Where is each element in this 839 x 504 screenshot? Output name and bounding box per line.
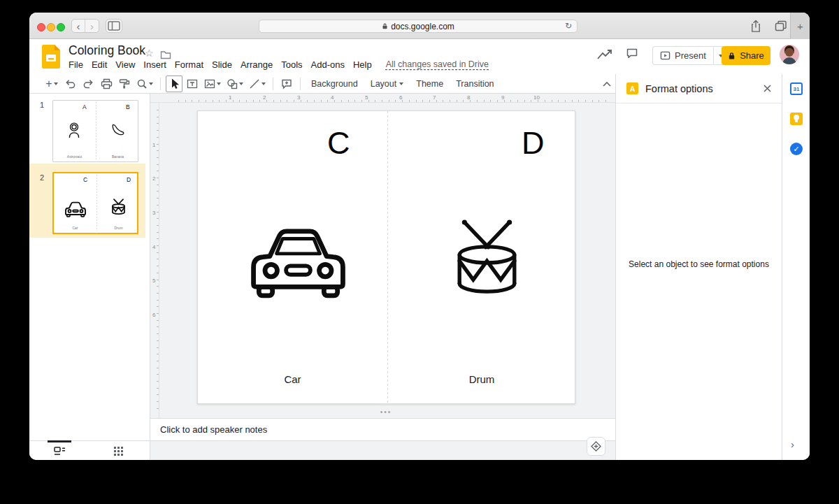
slide-thumbnail-1[interactable]: A Astronaut B Banana bbox=[52, 100, 138, 162]
slide-caption-text[interactable]: Car bbox=[198, 373, 387, 385]
back-button[interactable]: ‹ bbox=[72, 20, 85, 32]
present-label: Present bbox=[675, 50, 706, 61]
redo-icon bbox=[83, 78, 94, 89]
format-options-panel: A Format options Select an object to see… bbox=[615, 74, 782, 460]
new-tab-button[interactable]: + bbox=[790, 13, 810, 39]
chevron-down-icon bbox=[54, 82, 58, 85]
theme-button[interactable]: Theme bbox=[410, 75, 449, 92]
tasks-app-button[interactable]: ✓ bbox=[789, 142, 803, 156]
comment-icon bbox=[626, 48, 638, 60]
menu-help[interactable]: Help bbox=[349, 58, 376, 71]
ruler-ticks bbox=[157, 110, 159, 411]
slides-logo[interactable] bbox=[42, 45, 60, 71]
sidebar-toggle-button[interactable] bbox=[106, 19, 122, 33]
text-box-button[interactable] bbox=[184, 75, 201, 92]
filmstrip-view-icon bbox=[54, 447, 66, 456]
cursor-icon bbox=[168, 78, 180, 89]
slide-thumbnail-2[interactable]: C Car D Drum bbox=[52, 172, 138, 234]
share-page-button[interactable] bbox=[750, 20, 762, 33]
plus-icon: + bbox=[45, 78, 52, 89]
thumbnail-half: C Car bbox=[54, 173, 96, 233]
filmstrip-view-button[interactable] bbox=[53, 445, 66, 457]
canvas-area: 1 2 3 4 5 6 7 8 9 10 1 2 3 4 5 6 C Car bbox=[150, 94, 615, 418]
forward-button[interactable]: › bbox=[85, 20, 99, 32]
line-icon bbox=[249, 78, 260, 89]
slide-number: 2 bbox=[40, 173, 44, 182]
background-button[interactable]: Background bbox=[306, 75, 364, 92]
ruler-number: 8 bbox=[467, 94, 470, 101]
minimize-window-button[interactable] bbox=[47, 23, 55, 31]
chevron-down-icon bbox=[239, 82, 243, 85]
ruler-number: 6 bbox=[399, 94, 402, 101]
slide-letter-text[interactable]: C bbox=[327, 125, 350, 161]
sidebar-icon bbox=[108, 21, 120, 31]
close-panel-button[interactable] bbox=[763, 83, 772, 96]
explore-button[interactable] bbox=[587, 437, 605, 456]
view-switcher bbox=[29, 440, 150, 460]
explore-icon bbox=[591, 441, 601, 452]
collapse-toolbar-button[interactable] bbox=[600, 78, 614, 89]
activity-chart-icon bbox=[597, 49, 612, 60]
toolbar-separator bbox=[300, 78, 301, 90]
ruler-number: 4 bbox=[331, 94, 334, 101]
slide-caption-text[interactable]: Drum bbox=[387, 373, 576, 385]
layout-button[interactable]: Layout bbox=[365, 75, 410, 92]
grid-view-icon bbox=[113, 446, 124, 456]
share-page-icon bbox=[750, 20, 762, 33]
grid-view-button[interactable] bbox=[112, 445, 124, 457]
present-icon bbox=[660, 50, 671, 61]
zoom-button[interactable] bbox=[134, 75, 155, 92]
slide-letter-text[interactable]: D bbox=[522, 125, 545, 161]
menu-edit[interactable]: Edit bbox=[87, 58, 111, 71]
menu-view[interactable]: View bbox=[111, 58, 139, 71]
insert-comment-button[interactable] bbox=[278, 75, 295, 92]
insert-image-button[interactable] bbox=[202, 75, 223, 92]
share-button[interactable]: Share bbox=[722, 46, 770, 65]
ruler-number: 10 bbox=[533, 94, 540, 101]
select-tool-button[interactable] bbox=[166, 75, 182, 92]
thumbnail-half: A Astronaut bbox=[53, 101, 96, 161]
chevron-down-icon bbox=[399, 82, 403, 85]
menu-tools[interactable]: Tools bbox=[277, 58, 306, 71]
print-button[interactable] bbox=[98, 75, 115, 92]
insert-shape-button[interactable] bbox=[224, 75, 245, 92]
car-drawing[interactable] bbox=[244, 215, 352, 308]
menu-insert[interactable]: Insert bbox=[139, 58, 171, 71]
new-slide-button[interactable]: + bbox=[43, 75, 60, 92]
calendar-app-button[interactable]: 31 bbox=[789, 82, 803, 96]
document-title[interactable]: Coloring Book bbox=[69, 43, 145, 58]
drum-icon bbox=[109, 197, 128, 216]
menu-slide[interactable]: Slide bbox=[208, 58, 236, 71]
address-bar[interactable]: docs.google.com ↻ bbox=[259, 20, 578, 33]
menu-addons[interactable]: Add-ons bbox=[307, 58, 349, 71]
tabs-overview-button[interactable] bbox=[775, 20, 787, 31]
present-button-group: Present bbox=[652, 46, 729, 65]
slide-canvas[interactable]: C Car D Drum bbox=[197, 110, 575, 404]
speaker-notes-input[interactable]: Click to add speaker notes bbox=[150, 418, 615, 440]
print-icon bbox=[101, 78, 113, 89]
menu-format[interactable]: Format bbox=[171, 58, 208, 71]
drum-drawing[interactable] bbox=[443, 212, 531, 303]
paint-format-button[interactable] bbox=[116, 75, 133, 92]
activity-chart-button[interactable] bbox=[597, 49, 612, 60]
reload-icon[interactable]: ↻ bbox=[565, 21, 572, 31]
expand-side-panel-button[interactable]: › bbox=[791, 438, 794, 450]
close-window-button[interactable] bbox=[37, 23, 45, 31]
present-button[interactable]: Present bbox=[652, 46, 713, 65]
redo-button[interactable] bbox=[80, 75, 96, 92]
thumb-letter: A bbox=[83, 103, 87, 110]
insert-line-button[interactable] bbox=[247, 75, 268, 92]
transition-button[interactable]: Transition bbox=[450, 75, 499, 92]
comments-button[interactable] bbox=[626, 48, 638, 60]
keep-app-button[interactable] bbox=[789, 112, 803, 126]
ruler-number: 1 bbox=[152, 142, 155, 148]
menu-file[interactable]: File bbox=[64, 58, 87, 71]
browser-window: ‹ › docs.google.com ↻ + Coloring Book ☆ … bbox=[29, 13, 810, 460]
undo-button[interactable] bbox=[62, 75, 78, 92]
menu-arrange[interactable]: Arrange bbox=[236, 58, 277, 71]
share-label: Share bbox=[740, 50, 764, 61]
save-status[interactable]: All changes saved in Drive bbox=[386, 59, 489, 69]
notes-resize-handle[interactable]: ••• bbox=[375, 408, 396, 416]
zoom-window-button[interactable] bbox=[57, 23, 65, 31]
avatar[interactable] bbox=[780, 45, 799, 64]
